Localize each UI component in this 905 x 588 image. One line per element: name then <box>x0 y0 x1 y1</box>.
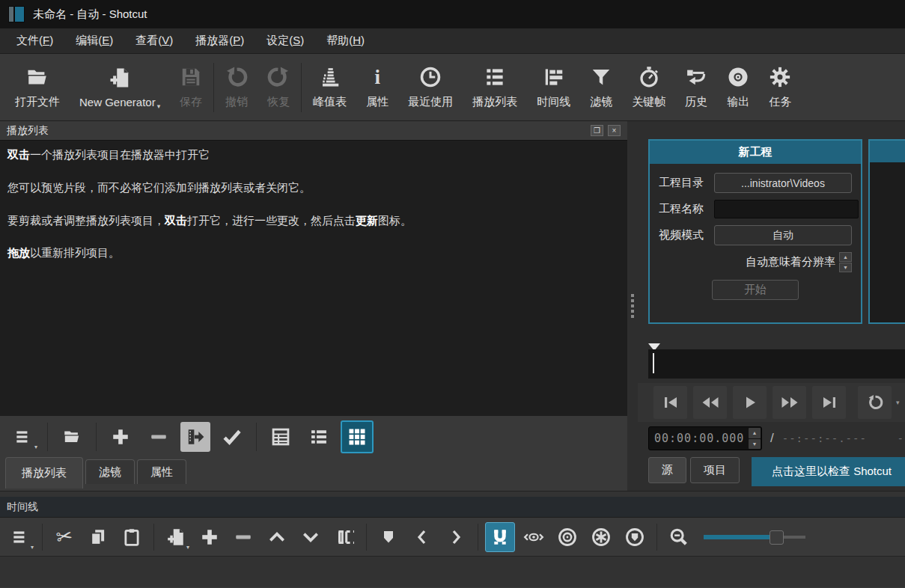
ripple-markers-button[interactable] <box>620 522 650 552</box>
properties-button[interactable]: i 属性 <box>356 58 398 117</box>
undo-icon <box>225 65 248 89</box>
redo-button[interactable]: 恢复 <box>258 58 299 117</box>
split-button[interactable] <box>329 522 359 552</box>
zoom-out-button[interactable] <box>664 522 694 552</box>
timecode-spinbox[interactable]: 00:00:00.000 ▲▼ <box>648 426 762 450</box>
video-mode-button[interactable]: 自动 <box>714 225 852 245</box>
menu-item[interactable]: 设定(S) <box>255 30 315 52</box>
scrub-cursor <box>653 353 654 373</box>
skip-next-button[interactable] <box>812 386 846 419</box>
tab-source[interactable]: 源 <box>648 457 686 483</box>
keyframes-label: 关键帧 <box>632 95 665 109</box>
marker-button[interactable] <box>374 522 403 552</box>
overwrite-button[interactable] <box>296 522 326 552</box>
recent-panel-partial <box>868 139 905 324</box>
scrub-bar[interactable] <box>648 349 905 379</box>
recent-button[interactable]: 最近使用 <box>398 58 463 117</box>
toolbar-separator <box>478 524 478 551</box>
play-button[interactable] <box>733 386 767 419</box>
undo-button[interactable]: 撤销 <box>216 58 258 117</box>
resolution-spinner[interactable]: ▲▼ <box>839 252 852 272</box>
playlist-toggle-button[interactable]: 播放列表 <box>463 58 527 117</box>
playlist-remove-button[interactable] <box>142 421 175 453</box>
current-timecode[interactable]: 00:00:00.000 <box>649 432 748 445</box>
skip-previous-button[interactable] <box>653 386 687 419</box>
append-button[interactable]: ▾ <box>161 522 191 552</box>
menu-item[interactable]: 帮助(H) <box>315 30 376 52</box>
toolbar-separator <box>96 423 97 451</box>
ripple-all-tracks-button[interactable] <box>586 522 616 552</box>
new-generator-button[interactable]: New Generator▾ <box>70 58 170 117</box>
playlist-add-button[interactable] <box>104 421 137 453</box>
tab-project[interactable]: 项目 <box>690 457 740 483</box>
cut-button[interactable]: ✂ <box>49 522 79 552</box>
spin-down-icon[interactable]: ▼ <box>749 439 761 450</box>
filters-label: 滤镜 <box>590 95 612 109</box>
scrub-area[interactable] <box>638 343 905 383</box>
snap-button[interactable] <box>485 522 515 552</box>
lift-button[interactable] <box>262 522 292 552</box>
tab-playlist[interactable]: 播放列表 <box>5 457 83 489</box>
timeline-toolbar: ▾ ✂ ▾ <box>0 517 905 556</box>
selected-duration-partial: - <box>898 432 905 444</box>
export-button[interactable]: 输出 <box>717 58 759 117</box>
timeline-toggle-button[interactable]: 时间线 <box>527 58 580 117</box>
timeline-add-button[interactable] <box>195 522 225 552</box>
history-label: 历史 <box>685 95 707 109</box>
spin-up-icon[interactable]: ▲ <box>839 252 852 262</box>
menu-item[interactable]: 编辑(E) <box>64 30 124 52</box>
redo-label: 恢复 <box>267 95 290 109</box>
spin-down-icon[interactable]: ▼ <box>839 263 852 272</box>
playlist-menu-button[interactable]: ▾ <box>7 421 40 453</box>
previous-marker-button[interactable] <box>407 522 437 552</box>
timeline-label: 时间线 <box>537 95 570 109</box>
playlist-apply-button[interactable] <box>216 421 249 453</box>
panel-splitter[interactable] <box>627 121 638 491</box>
dropdown-caret-icon: ▾ <box>31 544 34 551</box>
timeline-remove-button[interactable] <box>228 522 258 552</box>
zoom-slider-fill <box>704 535 776 539</box>
toolbar-separator <box>366 524 367 551</box>
spin-up-icon[interactable]: ▲ <box>749 428 761 438</box>
scrub-while-dragging-button[interactable] <box>519 522 549 552</box>
peak-meter-label: 峰值表 <box>313 95 347 109</box>
close-panel-icon[interactable]: × <box>608 125 621 136</box>
loop-button[interactable] <box>858 386 892 419</box>
update-notification-button[interactable]: 点击这里以检查 Shotcut <box>752 457 905 486</box>
fast-forward-button[interactable] <box>773 386 806 419</box>
list-view-button[interactable] <box>302 421 335 453</box>
menu-item[interactable]: 文件(F) <box>5 30 64 52</box>
history-button[interactable]: 历史 <box>675 58 717 117</box>
peak-meter-button[interactable]: 峰值表 <box>303 58 356 117</box>
grid-view-button[interactable] <box>341 420 374 453</box>
timecode-divider: / <box>770 431 774 446</box>
filters-button[interactable]: 滤镜 <box>580 58 622 117</box>
timeline-menu-button[interactable]: ▾ <box>5 522 35 552</box>
project-name-input[interactable] <box>714 200 859 218</box>
menu-item[interactable]: 播放器(P) <box>184 30 255 52</box>
save-button[interactable]: 保存 <box>170 58 212 117</box>
open-file-button[interactable]: 打开文件 <box>5 58 70 117</box>
timecode-spinner[interactable]: ▲▼ <box>748 427 761 450</box>
loop-dropdown-caret-icon[interactable]: ▾ <box>896 399 900 406</box>
details-view-button[interactable] <box>264 421 297 453</box>
tab-properties[interactable]: 属性 <box>137 459 186 484</box>
float-panel-icon[interactable]: ❐ <box>591 125 603 136</box>
paste-button[interactable] <box>117 522 147 552</box>
next-marker-button[interactable] <box>441 522 471 552</box>
timeline-zoom-slider[interactable] <box>704 522 805 552</box>
project-folder-button[interactable]: ...inistrator\Videos <box>714 173 852 193</box>
toolbar-separator <box>213 63 214 112</box>
keyframes-button[interactable]: 关键帧 <box>622 58 675 117</box>
start-button[interactable]: 开始 <box>712 280 799 300</box>
jobs-button[interactable]: 任务 <box>759 58 801 117</box>
toolbar-separator <box>656 524 657 551</box>
copy-button[interactable] <box>83 522 113 552</box>
rewind-button[interactable] <box>693 386 727 419</box>
playlist-update-button[interactable] <box>180 422 210 452</box>
ripple-button[interactable] <box>552 522 582 552</box>
playlist-open-button[interactable] <box>55 421 88 453</box>
menu-item[interactable]: 查看(V) <box>124 30 184 52</box>
tab-filters[interactable]: 滤镜 <box>85 459 135 484</box>
zoom-slider-handle[interactable] <box>770 530 784 545</box>
